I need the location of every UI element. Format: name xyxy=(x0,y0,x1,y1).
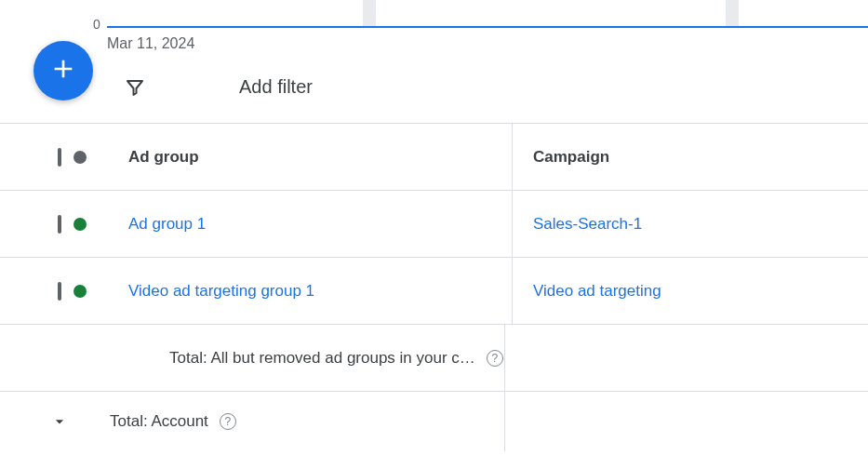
help-icon[interactable]: ? xyxy=(220,413,236,430)
filter-bar: Add filter xyxy=(0,51,868,124)
grid-mark xyxy=(363,0,376,26)
ad-groups-table: Ad group Campaign Ad group 1 Sales-Searc… xyxy=(0,124,868,451)
chart-date-label: Mar 11, 2024 xyxy=(107,35,194,52)
table-header-row: Ad group Campaign xyxy=(0,124,868,191)
summary-all-label: Total: All but removed ad groups in your… xyxy=(169,349,475,368)
grid-mark xyxy=(726,0,739,26)
help-icon[interactable]: ? xyxy=(487,350,503,367)
status-enabled-icon[interactable] xyxy=(73,218,87,231)
ad-group-link[interactable]: Video ad targeting group 1 xyxy=(128,282,314,301)
add-button[interactable] xyxy=(33,41,93,100)
column-header-ad-group[interactable]: Ad group xyxy=(102,148,512,167)
plus-icon xyxy=(48,54,78,87)
status-column-icon[interactable] xyxy=(73,151,87,164)
ad-group-link[interactable]: Ad group 1 xyxy=(128,215,206,234)
summary-row-account: Total: Account ? xyxy=(0,392,868,451)
expand-chevron-icon[interactable] xyxy=(48,412,71,431)
summary-account-label: Total: Account xyxy=(110,412,208,431)
campaign-link[interactable]: Sales-Search-1 xyxy=(533,215,642,234)
chart-baseline xyxy=(107,26,868,28)
table-row: Video ad targeting group 1 Video ad targ… xyxy=(0,258,868,325)
campaign-link[interactable]: Video ad targeting xyxy=(533,282,661,301)
column-header-campaign[interactable]: Campaign xyxy=(512,124,868,190)
y-axis-zero: 0 xyxy=(93,17,100,32)
add-filter-button[interactable]: Add filter xyxy=(239,76,313,98)
table-row: Ad group 1 Sales-Search-1 xyxy=(0,191,868,258)
filter-icon[interactable] xyxy=(124,76,146,99)
summary-row-all: Total: All but removed ad groups in your… xyxy=(0,325,868,392)
status-enabled-icon[interactable] xyxy=(73,285,87,298)
chart-header: 0 Mar 11, 2024 xyxy=(84,0,868,51)
